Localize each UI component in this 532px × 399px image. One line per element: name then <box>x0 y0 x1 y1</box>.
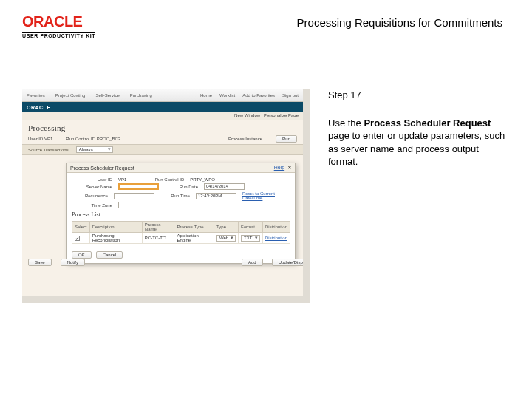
cancel-button[interactable]: Cancel <box>96 251 123 259</box>
col-header: Format <box>238 222 262 233</box>
logo-subtitle: USER PRODUCTIVITY KIT <box>22 32 95 38</box>
source-transactions-select[interactable]: Always <box>76 146 113 153</box>
label: Time Zone <box>72 203 112 208</box>
col-header: Select <box>72 222 90 233</box>
cell-process-type: Application Engine <box>174 233 214 244</box>
step-text-fragment: page to enter or update parameters, such… <box>328 130 505 167</box>
nav-link[interactable]: Home <box>200 93 212 98</box>
nav-item[interactable]: Purchasing <box>130 93 152 98</box>
page-title: Processing <box>22 120 303 134</box>
label: User ID <box>28 137 43 141</box>
document-title: Processing Requisitions for Commitments <box>297 13 510 29</box>
update-display-button[interactable]: Update/Display <box>272 259 310 266</box>
label: User ID <box>72 177 112 182</box>
brand-text: ORACLE <box>27 105 51 110</box>
select-checkbox[interactable]: ✔ <box>75 236 80 241</box>
timezone-input[interactable] <box>118 202 140 208</box>
label: Process Instance <box>228 137 262 141</box>
nav-item[interactable]: Favorites <box>27 93 45 98</box>
value: PRTY_WPO <box>190 177 215 182</box>
nav-link[interactable]: Sign out <box>282 93 299 98</box>
format-select[interactable]: TXT <box>241 235 260 242</box>
run-button[interactable]: Run <box>276 135 297 143</box>
cell-description: Purchasing Reconciliation <box>89 233 142 244</box>
help-link[interactable]: Help <box>274 165 284 170</box>
col-header: Distribution <box>262 222 290 233</box>
step-title: Step 17 <box>328 89 505 102</box>
ok-button[interactable]: OK <box>72 251 92 259</box>
modal-title: Process Scheduler Request <box>70 166 134 171</box>
label: Server Name <box>72 185 112 189</box>
server-name-select[interactable] <box>118 183 159 190</box>
step-text-bold: Process Scheduler Request <box>364 117 491 129</box>
screenshot-region: Favorites Project Costing Self-Service P… <box>22 89 310 303</box>
value: VP1 <box>44 137 52 141</box>
table-row: ✔ Purchasing Reconciliation PC-TC-TC App… <box>72 233 290 244</box>
label: Run Control ID <box>132 177 184 182</box>
distribution-link[interactable]: Distribution <box>265 236 287 240</box>
instruction-panel: Step 17 Use the Process Scheduler Reques… <box>328 89 505 303</box>
save-button[interactable]: Save <box>28 259 52 266</box>
col-header: Process Type <box>174 222 214 233</box>
label: Recurrence <box>72 194 108 198</box>
nav-link[interactable]: Add to Favorites <box>242 93 275 98</box>
step-text-fragment: Use the <box>328 117 364 129</box>
process-scheduler-modal: Process Scheduler Request Help ✕ User ID… <box>66 163 296 264</box>
step-text: Use the Process Scheduler Request page t… <box>328 117 505 168</box>
brand-bar: ORACLE <box>22 102 303 112</box>
logo-block: ORACLE USER PRODUCTIVITY KIT <box>22 13 95 38</box>
type-select[interactable]: Web <box>216 235 236 242</box>
cell-process-name: PC-TC-TC <box>142 233 174 244</box>
process-list-title: Process List <box>72 211 290 219</box>
label: Run Time <box>160 194 190 198</box>
col-header: Process Name <box>142 222 174 233</box>
page-tools-row: New Window | Personalize Page <box>22 112 303 120</box>
add-button[interactable]: Add <box>242 259 263 266</box>
value: VP1 <box>118 177 126 182</box>
oracle-logo: ORACLE <box>22 13 95 30</box>
reset-datetime-link[interactable]: Reset to Current Date/Time <box>242 191 290 200</box>
nav-item[interactable]: Self-Service <box>95 93 119 98</box>
notify-button[interactable]: Notify <box>61 259 85 266</box>
run-time-input[interactable]: 12:43:20PM <box>196 193 236 200</box>
label: Run Date <box>165 185 198 189</box>
col-header: Description <box>89 222 142 233</box>
run-date-input[interactable]: 04/14/2014 <box>204 183 245 190</box>
close-icon[interactable]: ✕ <box>287 165 292 170</box>
nav-item[interactable]: Project Costing <box>55 93 86 98</box>
value: PROC_BC2 <box>97 137 120 141</box>
recurrence-select[interactable] <box>114 193 154 200</box>
process-list-table: Select Description Process Name Process … <box>72 221 290 244</box>
band-label: Source Transactions <box>28 148 69 152</box>
col-header: Type <box>214 222 238 233</box>
nav-link[interactable]: Worklist <box>219 93 235 98</box>
label: Run Control ID <box>66 137 95 141</box>
app-top-nav: Favorites Project Costing Self-Service P… <box>22 89 303 102</box>
